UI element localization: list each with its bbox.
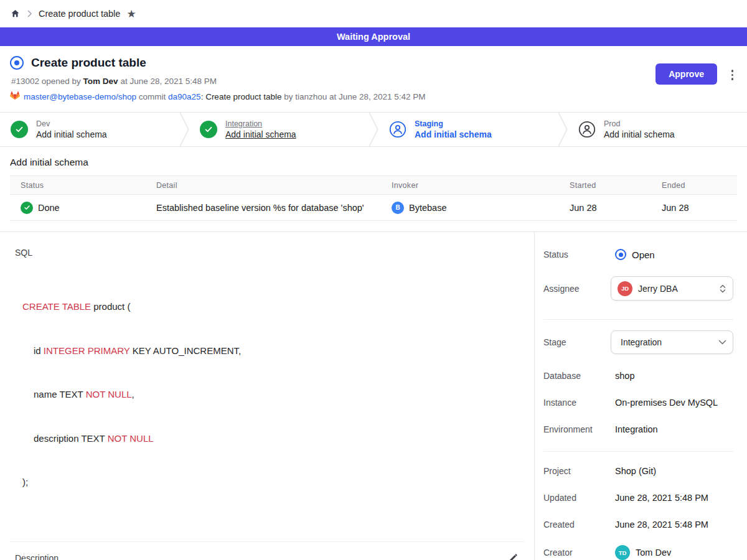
person-circle-icon (389, 121, 406, 138)
stage-row: Stage Integration (543, 330, 733, 354)
divider (10, 541, 524, 542)
home-icon[interactable] (10, 9, 21, 19)
assignee-select[interactable]: JD Jerry DBA (611, 276, 733, 301)
main-content: SQL CREATE TABLE product ( id INTEGER PR… (0, 231, 747, 560)
stage-label: Stage (543, 337, 611, 347)
created-label: Created (543, 520, 611, 530)
environment-label: Environment (543, 424, 611, 434)
environment-value: Integration (611, 424, 658, 434)
updown-chevron-icon (719, 284, 726, 294)
environment-row: Environment Integration (543, 423, 733, 436)
task-ended: Jun 28 (651, 203, 737, 213)
issue-meta-prefix: #13002 opened by (11, 77, 83, 86)
issue-header: Create product table #13002 opened by To… (0, 46, 747, 112)
sql-line: id INTEGER PRIMARY KEY AUTO_INCREMENT, (22, 343, 534, 358)
task-section: Add initial schema Status Detail Invoker… (0, 147, 747, 221)
stage-env-label[interactable]: Integration (225, 119, 296, 129)
check-circle-icon (11, 121, 28, 138)
breadcrumb: Create product table ★ (0, 0, 747, 27)
project-label: Project (543, 466, 611, 476)
project-value: Shop (Git) (611, 466, 656, 476)
updated-row: Updated June 28, 2021 5:48 PM (543, 492, 733, 504)
issue-author: Tom Dev (83, 77, 118, 86)
stage-select[interactable]: Integration (611, 330, 733, 354)
stage-env-label: Prod (604, 119, 675, 129)
task-status: Done (38, 203, 60, 213)
commit-word: commit (136, 92, 168, 101)
task-heading: Add initial schema (10, 157, 737, 168)
col-detail: Detail (146, 181, 381, 190)
instance-label: Instance (543, 398, 611, 408)
stage-prod: Prod Add initial schema (568, 113, 747, 146)
stage-task-label[interactable]: Add initial schema (225, 129, 296, 140)
approve-button[interactable]: Approve (655, 63, 717, 85)
issue-open-icon (10, 56, 24, 70)
task-table-header: Status Detail Invoker Started Ended (10, 176, 737, 195)
commit-text: master@bytebase-demo/shop commit da90a25… (24, 92, 426, 101)
commit-suffix: by tianzhou at June 28, 2021 5:42 PM (281, 92, 425, 101)
divider (543, 319, 733, 320)
assignee-label: Assignee (543, 284, 611, 294)
issue-meta-suffix: at June 28, 2021 5:48 PM (118, 77, 217, 86)
status-banner: Waiting Approval (0, 27, 747, 46)
creator-row: Creator TD Tom Dev (543, 544, 733, 560)
divider (543, 451, 733, 452)
col-status: Status (10, 181, 146, 190)
chevron-right-icon (27, 10, 32, 17)
stage-dev: Dev Add initial schema (0, 113, 179, 146)
col-invoker: Invoker (381, 181, 559, 190)
assignee-value: Jerry DBA (638, 284, 713, 294)
page-title: Create product table (31, 56, 146, 70)
open-status-icon (615, 249, 626, 260)
task-table: Status Detail Invoker Started Ended Done… (10, 175, 737, 221)
database-value: shop (611, 371, 634, 381)
status-banner-text: Waiting Approval (337, 32, 410, 42)
branch-repo-link[interactable]: master@bytebase-demo/shop (24, 92, 136, 101)
status-row: Status Open (543, 248, 733, 261)
sql-line: description TEXT NOT NULL (22, 431, 534, 446)
assignee-avatar: JD (618, 281, 632, 296)
stage-separator (369, 113, 378, 146)
bytebase-avatar: B (392, 202, 404, 214)
col-ended: Ended (651, 181, 737, 190)
more-actions-icon[interactable] (730, 68, 735, 82)
stage-staging[interactable]: Staging Add initial schema (378, 113, 558, 146)
stage-pipeline: Dev Add initial schema Integration Add i… (0, 112, 747, 147)
commit-sha-link[interactable]: da90a25 (168, 92, 201, 101)
stage-separator (179, 113, 189, 146)
issue-sidebar: Status Open Assignee JD Jerry DBA Stage (534, 232, 747, 560)
database-row: Database shop (543, 370, 733, 382)
database-label: Database (543, 371, 611, 381)
created-row: Created June 28, 2021 5:48 PM (543, 518, 733, 531)
sql-line: ); (22, 475, 534, 490)
check-circle-icon (200, 121, 217, 138)
status-label: Status (543, 250, 611, 259)
issue-meta: #13002 opened by Tom Dev at June 28, 202… (11, 77, 737, 86)
stage-integration[interactable]: Integration Add initial schema (189, 113, 369, 146)
commit-message: : Create product table (201, 92, 282, 101)
commit-line: master@bytebase-demo/shop commit da90a25… (10, 91, 737, 102)
stage-value: Integration (618, 337, 713, 347)
star-icon[interactable]: ★ (126, 9, 136, 19)
created-value: June 28, 2021 5:48 PM (611, 520, 708, 530)
task-detail: Established baseline version %s for data… (146, 203, 381, 213)
stage-env-label: Dev (36, 119, 107, 129)
stage-env-label: Staging (415, 119, 492, 129)
chevron-down-icon (718, 340, 726, 345)
breadcrumb-current: Create product table (39, 9, 120, 19)
stage-task-label: Add initial schema (604, 129, 675, 140)
stage-task-label[interactable]: Add initial schema (415, 129, 492, 140)
left-panel: SQL CREATE TABLE product ( id INTEGER PR… (0, 232, 534, 560)
sql-line: name TEXT NOT NULL, (22, 387, 534, 402)
edit-pencil-icon[interactable] (507, 552, 519, 560)
sql-code: CREATE TABLE product ( id INTEGER PRIMAR… (22, 270, 534, 519)
issue-page: Create product table ★ Waiting Approval … (0, 0, 747, 560)
person-circle-icon (578, 121, 596, 138)
updated-label: Updated (543, 493, 611, 503)
task-started: Jun 28 (559, 203, 651, 213)
table-row: Done Established baseline version %s for… (10, 195, 737, 221)
stage-separator (558, 113, 568, 146)
creator-value: Tom Dev (636, 548, 671, 558)
assignee-row: Assignee JD Jerry DBA (543, 276, 733, 301)
sql-line: CREATE TABLE product ( (22, 299, 534, 314)
